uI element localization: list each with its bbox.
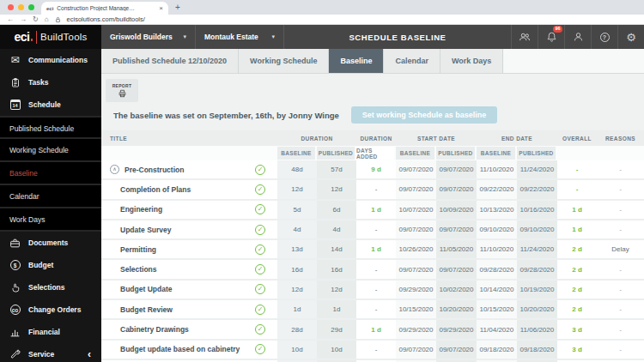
browser-tab-title: Construction Project Manage… (57, 5, 155, 11)
sidebar-item-selections[interactable]: Selections (0, 276, 101, 299)
account-button[interactable] (564, 25, 591, 49)
column-header-duration[interactable]: DURATION (277, 136, 356, 142)
sidebar-item-label: Tasks (28, 78, 48, 87)
check-circle-icon: ✓ (255, 264, 265, 275)
subheader-baseline[interactable]: BASELINE (396, 147, 436, 160)
task-title-cell: ∧ Budget Update ✓ (101, 281, 277, 299)
collapse-icon[interactable]: ∧ (110, 165, 119, 174)
end-date-published-cell: 10/19/2020 (517, 281, 557, 299)
forward-icon[interactable]: → (20, 16, 27, 23)
sidebar-item-published-schedule[interactable]: Published Schedule (0, 116, 101, 139)
sidebar-item-work-days[interactable]: Work Days (0, 208, 101, 232)
duration-baseline-cell: 4d (277, 220, 317, 238)
overall-cell: 2 d (557, 300, 597, 318)
table-row[interactable]: ∧ Engineering ✓ 5d 6d 1 d 10/07/2020 10/… (101, 201, 644, 220)
duration-published-cell: 1d (317, 300, 356, 318)
hand-pointer-icon (9, 282, 21, 293)
logo-divider (36, 31, 37, 44)
maximize-window-button[interactable] (28, 4, 34, 10)
sidebar-item-financial[interactable]: Financial (0, 321, 101, 343)
notifications-button[interactable]: 96 (538, 25, 564, 49)
subheader-baseline[interactable]: BASELINE (277, 147, 317, 160)
table-row[interactable]: ∧ Budget Review ✓ 1d 1d - 10/15/2020 10/… (101, 300, 644, 320)
duration-published-cell: 14d (317, 240, 356, 258)
chevron-down-icon: ▾ (183, 33, 186, 40)
end-date-baseline-cell: 09/28/2020 (477, 260, 517, 278)
table-row[interactable]: ∧ Cabinetry Drawings ✓ 28d 29d 1 d 09/29… (101, 320, 644, 340)
back-icon[interactable]: ← (7, 16, 14, 23)
sidebar-item-schedule[interactable]: 14 Schedule (0, 94, 101, 116)
end-date-published-cell: 09/22/2020 (517, 180, 557, 198)
logo-dot (31, 39, 33, 41)
minimize-window-button[interactable] (18, 4, 24, 10)
report-button[interactable]: REPORT (106, 79, 138, 102)
table-row[interactable]: ∧ Permitting ✓ 13d 14d 1 d 10/26/2020 11… (101, 240, 644, 260)
days-added-cell: - (356, 341, 396, 359)
start-date-baseline-cell: 09/07/2020 (396, 180, 436, 198)
browser-tab[interactable]: eci Construction Project Manage… × (41, 2, 168, 15)
home-icon[interactable]: ⌂ (45, 16, 49, 23)
sidebar-item-tasks[interactable]: Tasks (0, 71, 101, 94)
task-title-cell: ∧ Pre-Construction ✓ (101, 160, 277, 178)
subheader-days-added[interactable]: DAYS ADDED (356, 147, 396, 160)
tab-baseline[interactable]: Baseline (329, 49, 384, 73)
column-header-duration2[interactable]: DURATION (356, 136, 396, 142)
tab-calendar[interactable]: Calendar (384, 49, 440, 73)
schedule-subnav: Published Schedule Working Schedule Base… (0, 116, 101, 232)
lock-icon (55, 16, 61, 23)
subheader-published[interactable]: PUBLISHED (436, 147, 477, 160)
column-header-overall[interactable]: OVERALL (557, 136, 597, 142)
days-added-cell: - (356, 300, 396, 318)
subheader-published[interactable]: PUBLISHED (317, 147, 356, 160)
company-dropdown-label: Griswold Builders (110, 33, 173, 41)
table-row[interactable]: ∧ Selections ✓ 16d 16d - 09/07/2020 09/0… (101, 260, 644, 280)
tab-published-schedule[interactable]: Published Schedule 12/10/2020 (101, 49, 239, 73)
collapse-sidebar-icon[interactable]: ‹ (88, 348, 91, 360)
close-tab-icon[interactable]: × (159, 5, 163, 12)
table-row[interactable]: ∧ Pre-Construction ✓ 48d 57d 9 d 09/07/2… (101, 160, 644, 180)
project-dropdown[interactable]: Montauk Estate ▾ (196, 25, 284, 49)
table-row[interactable]: ∧ Completion of Plans ✓ 12d 12d - 09/07/… (101, 180, 644, 200)
column-header-end-date[interactable]: END DATE (477, 136, 557, 142)
column-header-reasons[interactable]: REASONS (597, 136, 644, 142)
company-dropdown[interactable]: Griswold Builders ▾ (101, 25, 196, 49)
new-tab-button[interactable]: + (175, 3, 180, 12)
check-circle-icon: ✓ (255, 225, 265, 235)
contacts-button[interactable] (511, 25, 538, 49)
url-text[interactable]: ecisolutions.com/buildtools/ (67, 15, 145, 23)
column-header-start-date[interactable]: START DATE (396, 136, 477, 142)
tab-working-schedule[interactable]: Working Schedule (239, 49, 329, 73)
set-baseline-button[interactable]: Set working Schedule as baseline (351, 106, 498, 124)
end-date-baseline-cell: 11/10/2020 (477, 240, 517, 258)
start-date-published-cell: 09/07/2020 (436, 220, 477, 238)
end-date-baseline-cell: 11/10/2020 (477, 160, 517, 178)
sidebar-item-service[interactable]: Service ‹ (0, 343, 101, 362)
subheader-published[interactable]: PUBLISHED (517, 147, 557, 160)
table-row[interactable]: ∧ Budget update based on cabinetry ✓ 10d… (101, 341, 644, 360)
settings-button[interactable]: ⚙ (617, 25, 644, 49)
end-date-published-cell: 11/06/2020 (517, 320, 557, 338)
sidebar-item-communications[interactable]: ✉ Communications (0, 49, 101, 71)
sidebar-item-documents[interactable]: Documents (0, 232, 101, 254)
sidebar-item-change-orders[interactable]: co Change Orders (0, 299, 101, 321)
sidebar-item-baseline[interactable]: Baseline (0, 162, 101, 185)
reload-icon[interactable]: ↻ (33, 16, 39, 23)
table-row[interactable]: ∧ Budget Update ✓ 12d 12d - 09/29/2020 1… (101, 281, 644, 300)
column-header-title[interactable]: TITLE (101, 136, 277, 142)
sidebar-item-label: Change Orders (28, 305, 81, 314)
sidebar-item-working-schedule[interactable]: Working Schedule (0, 139, 101, 162)
sidebar-item-label: Budget (28, 261, 53, 269)
check-circle-icon: ✓ (255, 165, 265, 175)
sidebar-item-calendar[interactable]: Calendar (0, 185, 101, 208)
subheader-baseline[interactable]: BASELINE (477, 147, 517, 160)
task-title-cell: ∧ Completion of Plans ✓ (101, 180, 277, 198)
table-row[interactable]: ∧ Update Survey ✓ 4d 4d - 09/07/2020 09/… (101, 220, 644, 240)
close-window-button[interactable] (8, 4, 14, 10)
sidebar-item-budget[interactable]: $ Budget (0, 254, 101, 276)
start-date-published-cell: 09/29/2020 (436, 320, 477, 338)
tab-work-days[interactable]: Work Days (440, 49, 503, 73)
calendar-icon: 14 (9, 100, 21, 110)
overall-cell: 3 d (557, 341, 597, 359)
buildtools-logo[interactable]: eci BuildTools (0, 25, 101, 49)
help-button[interactable]: ? (591, 25, 617, 49)
